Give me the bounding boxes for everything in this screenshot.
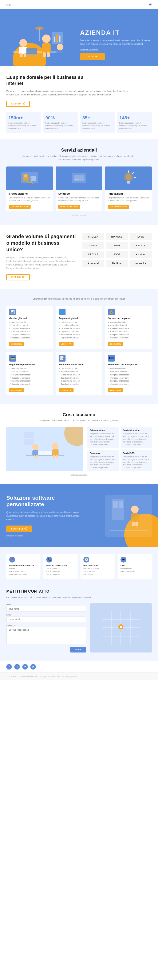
included-list-item: ✓ Excepteur sint occaecat — [9, 380, 50, 382]
svg-point-16 — [35, 27, 44, 30]
what-svg — [22, 430, 68, 468]
hero-cta-button[interactable]: CONTATTACI — [80, 53, 105, 60]
footer-card-line: +39 012 345 6789 — [46, 570, 74, 573]
send-btn-row: INVIA — [6, 647, 86, 652]
social-icon-f[interactable]: f — [6, 664, 12, 670]
included-card-1: 🌐Pagamenti globali✓ Duis aute irure dolo… — [56, 305, 102, 349]
name-label: Nome — [6, 603, 86, 605]
service-card-1-desc: Sample text: Click to select the text bo… — [58, 197, 100, 202]
included-card-cta-5[interactable]: LEGGI DI PIÙ — [108, 388, 123, 392]
included-card-cta-1[interactable]: LEGGI DI PIÙ — [59, 342, 74, 346]
what-card-1: Servizi di testingSample text: Click to … — [121, 427, 152, 448]
svg-rect-10 — [47, 52, 50, 57]
contact-title: METTITI IN CONTATTO — [6, 589, 152, 593]
brand-item-10: Medium — [106, 259, 128, 267]
volume-right: CROLLABINANCEEVJATESLASONYCROCSCROLLAASO… — [82, 233, 152, 267]
footer-card-line: support@azienda.it — [121, 570, 149, 573]
social-icon-t[interactable]: t — [15, 664, 20, 670]
svg-rect-43 — [37, 455, 52, 455]
service-card-2-desc: Sample text: Click to select the text bo… — [108, 197, 149, 202]
solutions-cta-button[interactable]: SCOPRI DI PIÙ — [6, 525, 32, 532]
services-title: Servizi aziendali — [6, 147, 152, 153]
hero-section: AZIENDA IT Duis aute irure dolor in repr… — [0, 9, 158, 66]
volume-title: Grande volume di pagamenti o modello di … — [6, 233, 76, 253]
brand-item-0: CROLLA — [82, 233, 104, 240]
included-top-text: Ottieni oltre 150 funzionalità all-in-on… — [20, 297, 138, 301]
stat-desc-1: Lorem ipsum dolor sit amet, consectetur … — [45, 122, 76, 130]
service-card-1-cta[interactable]: PER SAPERNE DI PIÙ — [58, 205, 80, 209]
included-card-cta-0[interactable]: LEGGI DI PIÙ — [9, 342, 24, 346]
what-image-link[interactable]: Immagine de Freepik — [6, 474, 152, 476]
footer-card-line: Sab: 9:00-14:00 — [84, 570, 112, 573]
included-list-item: ✓ Esse cillum dolore sit — [59, 324, 100, 327]
footer-card-line: info@azienda.it — [121, 568, 149, 570]
services-section: Servizi aziendali Sample text: Click to … — [0, 139, 158, 225]
what-card-title-1: Servizi di testing — [123, 429, 150, 431]
stat-card-3: 148+ Lorem ipsum dolor sit amet, consect… — [117, 112, 152, 133]
service-2-svg — [118, 170, 139, 186]
included-card-cta-3[interactable]: LEGGI DI PIÙ — [9, 388, 24, 392]
brand-item-8: ★united — [129, 251, 152, 258]
included-list-item: ✓ Excepteur sint occaecat — [108, 327, 149, 330]
footer-social: ftyin — [0, 661, 158, 673]
footer-card-title-0: LA NOSTRA SEDE PRINCIPALE — [9, 564, 37, 566]
service-1-svg: <code/> function() { } — [68, 170, 90, 186]
svg-point-17 — [56, 44, 63, 51]
nav-menu-icon[interactable]: ≡ — [149, 2, 152, 7]
brand-item-3: TESLA — [82, 242, 104, 249]
footer-card-line: Lun-Ven: 9:00-18:00 — [84, 568, 112, 570]
hero-image-link[interactable]: Immagine de Freepik — [80, 48, 152, 51]
brand-item-9: ★animod — [82, 259, 104, 267]
service-card-0-cta[interactable]: PER SAPERNE DI PIÙ — [9, 205, 31, 209]
included-list-item: ✓ Cupidatat non proident — [59, 337, 100, 339]
included-list-item: ✓ Excepteur sint occaecat — [59, 380, 100, 382]
included-card-title-0: Gestire gli affari — [9, 317, 50, 320]
included-list-item: ✓ Excepteur sint occaecat — [59, 334, 100, 336]
svg-rect-45 — [39, 453, 43, 453]
included-list-item: ✓ Duis aute irure dolor — [108, 368, 149, 370]
included-card-3: 💳Pagamento prevedibile✓ Duis aute irure … — [6, 352, 53, 395]
svg-rect-2 — [19, 47, 27, 54]
footer-card-title-3: EMAIL — [121, 564, 149, 566]
message-input[interactable] — [6, 627, 86, 644]
services-image-link[interactable]: Immagine de Freepik — [6, 214, 152, 216]
what-subtitle: Sample text: Click to select the text bo… — [6, 419, 152, 422]
social-icon-in[interactable]: in — [30, 664, 36, 670]
solutions-description: Quam nulla porttitor massa id neque aliq… — [6, 511, 83, 521]
stat-number-0: 150m+ — [8, 115, 39, 121]
included-list-item: ✓ Excepteur sint occaecat — [9, 327, 50, 330]
included-card-cta-2[interactable]: LEGGI DI PIÙ — [108, 342, 123, 346]
footer-bottom: Sample text: Click to select the text bo… — [0, 673, 158, 681]
solutions-image-link[interactable]: Immagine de Freepik — [6, 535, 83, 537]
svg-point-56 — [131, 506, 139, 513]
stat-card-1: 90% Lorem ipsum dolor sit amet, consecte… — [44, 112, 78, 133]
footer-card-1: 📞NUMERO DI TELEFONO+39 012 345 6789+39 0… — [44, 554, 77, 579]
included-icon-1: 🌐 — [59, 309, 66, 315]
included-icon-2: 🔒 — [108, 309, 115, 315]
service-card-2: Innovazioni Sample text: Click to select… — [105, 167, 152, 211]
included-card-cta-4[interactable]: LEGGI DI PIÙ — [59, 388, 74, 392]
service-card-1-illustration: <code/> function() { } — [56, 167, 102, 189]
svg-rect-13 — [56, 35, 58, 42]
social-icon-y[interactable]: y — [23, 664, 28, 670]
name-input[interactable] — [6, 606, 86, 612]
service-card-1-title: Sviluppo — [58, 192, 100, 195]
spine-cta-button[interactable]: SCOPRI DI PIÙ — [6, 101, 30, 107]
send-button[interactable]: INVIA — [70, 647, 86, 652]
svg-point-31 — [126, 174, 131, 180]
what-card-title-3: Servizi SEO — [123, 452, 150, 455]
brand-item-1: BINANCE — [106, 233, 128, 240]
included-list-item: ✓ Cupidatat non proident — [9, 331, 50, 333]
what-illustration — [6, 427, 83, 471]
spine-section: La spina dorsale per il business su Inte… — [0, 66, 158, 139]
stat-number-3: 148+ — [119, 115, 150, 121]
stat-number-1: 90% — [45, 115, 76, 121]
included-card-title-3: Pagamento prevedibile — [9, 363, 50, 366]
volume-cta-button[interactable]: SCOPRI DI PIÙ — [6, 274, 30, 280]
included-list-item: ✓ Excepteur sint occaecat — [59, 327, 100, 330]
hero-description: Duis aute irure dolor in reprehenderit i… — [80, 39, 152, 46]
service-card-2-cta[interactable]: PER SAPERNE DI PIÙ — [108, 205, 129, 209]
email-input[interactable] — [6, 617, 86, 622]
brand-item-4: SONY — [106, 242, 128, 249]
what-card-3: Servizi SEOSample text: Click to select … — [121, 450, 152, 471]
